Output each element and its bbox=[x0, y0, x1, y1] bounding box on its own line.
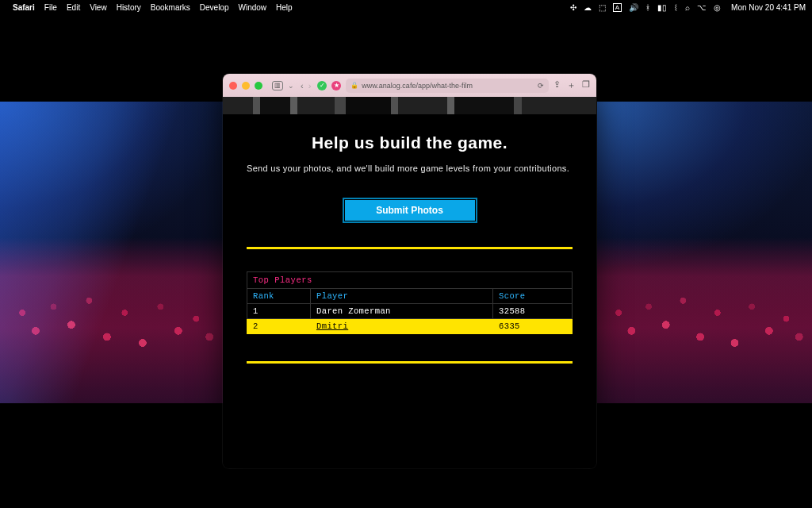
menu-window[interactable]: Window bbox=[239, 3, 267, 12]
status-compass-icon[interactable]: ✣ bbox=[570, 3, 576, 12]
reload-icon[interactable]: ⟳ bbox=[538, 82, 544, 90]
status-siri-icon[interactable]: ◎ bbox=[714, 3, 721, 12]
menubar-app-name[interactable]: Safari bbox=[13, 3, 35, 12]
top-players-board: Top Players Rank Player Score 1Daren Zom… bbox=[247, 271, 573, 334]
status-volume-icon[interactable]: 🔊 bbox=[629, 3, 638, 12]
page-subtitle: Send us your photos, and we'll build mor… bbox=[247, 162, 573, 175]
col-header-rank: Rank bbox=[247, 288, 311, 303]
cell-score: 32588 bbox=[493, 303, 573, 318]
status-input-source-icon[interactable]: A bbox=[613, 3, 622, 12]
status-dropbox-icon[interactable]: ⬚ bbox=[599, 3, 606, 12]
status-wifi-icon[interactable]: ⧙ bbox=[674, 3, 678, 12]
window-traffic-lights bbox=[229, 82, 262, 90]
table-row: 2Dmitri6335 bbox=[247, 318, 573, 333]
window-minimize-button[interactable] bbox=[242, 82, 250, 90]
board-caption: Top Players bbox=[247, 271, 573, 288]
menu-help[interactable]: Help bbox=[276, 3, 293, 12]
nav-forward-button[interactable]: › bbox=[307, 81, 313, 90]
address-bar-text: www.analog.cafe/app/what-the-film bbox=[362, 82, 473, 90]
status-bluetooth-icon[interactable]: ᚼ bbox=[645, 3, 650, 12]
menu-history[interactable]: History bbox=[117, 3, 141, 12]
player-link[interactable]: Dmitri bbox=[316, 321, 348, 331]
share-icon[interactable]: ⇪ bbox=[553, 79, 561, 91]
tab-overview-icon[interactable]: ❐ bbox=[582, 79, 590, 91]
table-row: 1Daren Zomerman32588 bbox=[247, 303, 573, 318]
safari-toolbar: ▥ ⌄ ‹ › ✓ ★ 🔒 www.analog.cafe/app/what-t… bbox=[223, 74, 596, 97]
cell-player: Daren Zomerman bbox=[311, 303, 493, 318]
new-tab-icon[interactable]: ＋ bbox=[567, 79, 576, 91]
desktop-wallpaper-right bbox=[597, 102, 812, 403]
col-header-player: Player bbox=[311, 288, 493, 303]
status-control-center-icon[interactable]: ⌥ bbox=[697, 3, 707, 12]
window-close-button[interactable] bbox=[229, 82, 237, 90]
menu-view[interactable]: View bbox=[90, 3, 107, 12]
desktop-wallpaper-left bbox=[0, 102, 223, 403]
hero-image-strip bbox=[223, 97, 596, 114]
nav-back-button[interactable]: ‹ bbox=[299, 81, 305, 90]
cell-player: Dmitri bbox=[311, 318, 493, 333]
menu-bookmarks[interactable]: Bookmarks bbox=[151, 3, 190, 12]
section-divider-bottom bbox=[247, 361, 573, 364]
extension-green-icon[interactable]: ✓ bbox=[317, 81, 327, 90]
submit-photos-button[interactable]: Submit Photos bbox=[343, 198, 477, 223]
cell-rank: 1 bbox=[247, 303, 311, 318]
webpage-viewport: Help us build the game. Send us your pho… bbox=[223, 97, 596, 468]
menu-file[interactable]: File bbox=[44, 3, 57, 12]
page-title: Help us build the game. bbox=[247, 133, 573, 152]
sidebar-toggle-icon[interactable]: ▥ bbox=[272, 81, 283, 90]
address-bar[interactable]: 🔒 www.analog.cafe/app/what-the-film ⟳ bbox=[346, 79, 549, 93]
window-zoom-button[interactable] bbox=[255, 82, 262, 90]
status-battery-icon[interactable]: ▮▯ bbox=[657, 3, 667, 12]
menu-edit[interactable]: Edit bbox=[67, 3, 80, 12]
tabgroup-dropdown-icon[interactable]: ⌄ bbox=[288, 82, 294, 90]
cell-score: 6335 bbox=[493, 318, 573, 333]
lock-icon: 🔒 bbox=[350, 82, 358, 89]
extension-pink-icon[interactable]: ★ bbox=[331, 81, 341, 90]
col-header-score: Score bbox=[493, 288, 573, 303]
menubar-clock[interactable]: Mon Nov 20 4:41 PM bbox=[731, 3, 806, 12]
cell-rank: 2 bbox=[247, 318, 311, 333]
status-spotlight-icon[interactable]: ⌕ bbox=[685, 3, 690, 12]
status-cloud-icon[interactable]: ☁ bbox=[584, 3, 592, 12]
menu-develop[interactable]: Develop bbox=[200, 3, 229, 12]
safari-window: ▥ ⌄ ‹ › ✓ ★ 🔒 www.analog.cafe/app/what-t… bbox=[223, 74, 596, 468]
macos-menubar: Safari File Edit View History Bookmarks … bbox=[0, 0, 812, 14]
section-divider-top bbox=[247, 247, 573, 249]
